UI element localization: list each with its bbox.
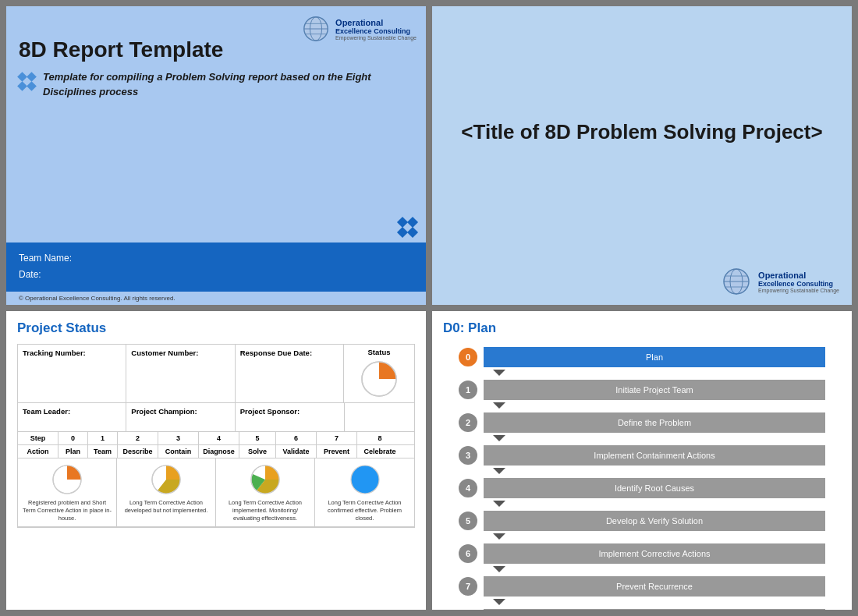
step-7: 7: [317, 432, 357, 444]
step-bar-3: Implement Containment Actions: [484, 445, 825, 466]
slide-4: D0: Plan 0 Plan 1 Initiate Project Team …: [432, 311, 852, 610]
d0-step-row-2: 2 Define the Problem: [459, 412, 825, 433]
project-status-header: Project Status: [17, 320, 415, 336]
slide2-logo-area: Operational Excellence Consulting Empowe…: [432, 258, 852, 305]
d0-plan-header: D0: Plan: [443, 320, 841, 336]
step-bar-2: Define the Problem: [484, 412, 825, 433]
step-circle-4: 4: [459, 479, 477, 497]
project-champion-cell: Project Champion:: [126, 403, 235, 431]
step-circle-0: 0: [459, 348, 477, 366]
step-bar-4: Identify Root Causes: [484, 478, 825, 498]
customer-number-cell: Customer Number:: [126, 345, 235, 402]
action-plan: Plan: [58, 445, 88, 458]
slide-1: Operational Excellence Consulting Empowe…: [6, 6, 426, 305]
action-row: Action Plan Team Describe Contain Diagno…: [18, 445, 414, 458]
status-pie-spacer: [344, 403, 414, 431]
deco-diamond2: [407, 217, 418, 228]
project-champion-label: Project Champion:: [131, 407, 229, 416]
action-solve: Solve: [239, 445, 276, 458]
slide2-globe-icon: [721, 266, 752, 297]
arrow-0: [459, 371, 825, 376]
arrow-down-0: [493, 370, 505, 376]
indicator-pie-4: [349, 463, 381, 496]
step-bar-8: Recognize Project Team: [484, 609, 825, 610]
action-contain: Contain: [158, 445, 199, 458]
slide2-logo-text: Operational Excellence Consulting Empowe…: [758, 271, 839, 293]
arrow-2: [459, 437, 825, 441]
slide1-subtitle: Template for compiling a Problem Solving…: [43, 70, 413, 100]
step-bar-7: Prevent Recurrence: [484, 576, 825, 597]
arrow-4: [459, 502, 825, 507]
d0-step-row-4: 4 Identify Root Causes: [459, 478, 825, 498]
step-bar-6: Implement Corrective Actions: [484, 543, 825, 564]
diamond1: [17, 72, 27, 82]
arrow-down-2: [493, 435, 505, 441]
action-validate: Validate: [276, 445, 317, 458]
steps-header-row: Step 0 1 2 3 4 5 6 7 8: [18, 432, 414, 445]
project-sponsor-label: Project Sponsor:: [240, 407, 339, 416]
indicator-3: Long Term Corrective Action implemented.…: [216, 458, 315, 526]
step-1: 1: [88, 432, 118, 444]
indicator-1: Registered problem and Short Term Correc…: [18, 458, 117, 526]
slide1-logo: Operational Excellence Consulting Empowe…: [301, 14, 417, 44]
slide2-title: <Title of 8D Problem Solving Project>: [461, 120, 822, 144]
arrow-6: [459, 568, 825, 572]
project-sponsor-cell: Project Sponsor:: [236, 403, 344, 431]
tracking-number-cell: Tracking Number:: [18, 345, 126, 402]
slide2-content: <Title of 8D Problem Solving Project>: [432, 6, 852, 258]
diamond3: [17, 81, 27, 91]
step-bar-0: Plan: [484, 347, 825, 367]
deco-diamond4: [407, 227, 418, 238]
logo-text: Operational Excellence Consulting Empowe…: [335, 18, 417, 41]
status-label: Status: [367, 348, 390, 356]
status-row-1: Tracking Number: Customer Number: Respon…: [18, 345, 414, 403]
diamond2: [27, 72, 37, 82]
step-0: 0: [58, 432, 88, 444]
action-diagnose: Diagnose: [199, 445, 239, 458]
action-prevent: Prevent: [317, 445, 357, 458]
arrow-1: [459, 404, 825, 409]
step-3: 3: [158, 432, 199, 444]
arrow-7: [459, 600, 825, 605]
indicators-row: Registered problem and Short Term Correc…: [18, 458, 414, 527]
step-8: 8: [357, 432, 402, 444]
arrow-down-4: [493, 501, 505, 507]
step-5: 5: [239, 432, 276, 444]
slide1-deco-diamonds: [399, 218, 417, 236]
d0-step-row-0: 0 Plan: [459, 347, 825, 367]
action-team: Team: [88, 445, 118, 458]
slide-3: Project Status Tracking Number: Customer…: [6, 311, 426, 610]
d0-steps-container: 0 Plan 1 Initiate Project Team 2 Define …: [443, 347, 841, 610]
action-describe: Describe: [118, 445, 158, 458]
step-label: Step: [18, 432, 58, 444]
arrow-3: [459, 469, 825, 474]
step-circle-5: 5: [459, 512, 477, 530]
indicator-label-2: Long Term Corrective Action developed bu…: [120, 499, 212, 515]
step-bar-5: Develop & Verify Solution: [484, 511, 825, 531]
response-due-label: Response Due Date:: [240, 349, 339, 357]
step-2: 2: [118, 432, 158, 444]
action-celebrate: Celebrate: [357, 445, 402, 458]
status-row-2: Team Leader: Project Champion: Project S…: [18, 403, 414, 432]
arrow-down-6: [493, 566, 505, 572]
step-4: 4: [199, 432, 239, 444]
indicator-pie-2: [150, 463, 183, 496]
slide1-subtitle-box: Template for compiling a Problem Solving…: [19, 70, 413, 100]
diamond4: [27, 81, 37, 91]
arrow-5: [459, 535, 825, 540]
status-header-cell: Status: [344, 345, 414, 402]
slide1-diamonds: [19, 73, 35, 90]
d0-step-row-5: 5 Develop & Verify Solution: [459, 511, 825, 531]
d0-step-row-3: 3 Implement Containment Actions: [459, 445, 825, 466]
indicator-2: Long Term Corrective Action developed bu…: [117, 458, 216, 526]
step-bar-1: Initiate Project Team: [484, 380, 825, 400]
status-table: Tracking Number: Customer Number: Respon…: [17, 344, 415, 528]
arrow-down-5: [493, 533, 505, 540]
arrow-down-1: [493, 402, 505, 409]
customer-number-label: Customer Number:: [131, 349, 229, 357]
team-leader-cell: Team Leader:: [18, 403, 126, 431]
indicator-pie-3: [249, 463, 282, 496]
slide1-top-area: Operational Excellence Consulting Empowe…: [6, 6, 426, 243]
slide1-footer: © Operational Excellence Consulting. All…: [6, 292, 426, 305]
status-pie-chart: [359, 359, 399, 399]
